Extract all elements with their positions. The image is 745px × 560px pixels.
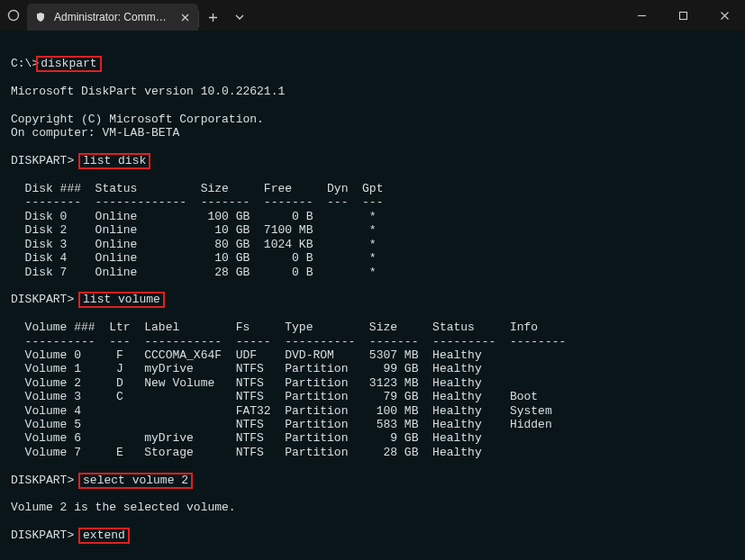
table-row: Volume 0 F CCCOMA_X64F UDF DVD-ROM 5307 … (11, 348, 482, 362)
tab-dropdown-button[interactable] (226, 4, 253, 31)
table-row: Disk 2 Online 10 GB 7100 MB * (11, 223, 377, 237)
terminal-output[interactable]: C:\>diskpart Microsoft DiskPart version … (0, 31, 745, 554)
selected-line: Volume 2 is the selected volume. (11, 501, 236, 514)
prompt-path: C:\> (11, 57, 39, 70)
cmd-select-volume: select volume 2 (78, 473, 193, 489)
titlebar: Administrator: Command Pro (0, 0, 745, 31)
diskpart-prompt: DISKPART> (11, 474, 74, 487)
table-row: Disk 0 Online 100 GB 0 B * (11, 210, 377, 223)
app-menu-icon[interactable] (0, 9, 27, 22)
table-row: Volume 7 E Storage NTFS Partition 28 GB … (11, 446, 482, 459)
shield-icon (34, 11, 47, 23)
close-tab-icon[interactable] (178, 11, 191, 23)
table-row: Volume 1 J myDrive NTFS Partition 99 GB … (11, 362, 482, 375)
close-window-button[interactable] (704, 0, 745, 31)
version-line: Microsoft DiskPart version 10.0.22621.1 (11, 85, 285, 98)
maximize-button[interactable] (662, 0, 704, 31)
table-row: Volume 4 FAT32 Partition 100 MB Healthy … (11, 404, 552, 418)
diskpart-prompt: DISKPART> (11, 293, 74, 306)
disk-table-sep: -------- ------------- ------- ------- -… (11, 195, 383, 209)
table-row: Disk 4 Online 10 GB 0 B * (11, 251, 377, 265)
diskpart-prompt: DISKPART> (11, 154, 74, 167)
new-tab-button[interactable] (199, 4, 226, 31)
tab-label: Administrator: Command Pro (54, 11, 171, 23)
svg-rect-1 (679, 12, 686, 19)
minimize-button[interactable] (621, 0, 662, 31)
window-controls (621, 0, 745, 31)
cmd-list-volume: list volume (78, 292, 165, 308)
table-row: Volume 2 D New Volume NTFS Partition 312… (11, 376, 482, 390)
cmd-diskpart: diskpart (36, 56, 101, 72)
diskpart-prompt: DISKPART> (11, 528, 74, 542)
computer-line: On computer: VM-LAB-BETA (11, 126, 179, 140)
table-row: Volume 3 C NTFS Partition 79 GB Healthy … (11, 390, 538, 403)
table-row: Disk 3 Online 80 GB 1024 KB * (11, 238, 377, 251)
cmd-list-disk: list disk (78, 153, 150, 169)
table-row: Disk 7 Online 28 GB 0 B * (11, 266, 377, 279)
svg-point-0 (9, 11, 19, 21)
table-row: Volume 5 NTFS Partition 583 MB Healthy H… (11, 418, 552, 431)
volume-table-sep: ---------- --- ----------- ----- -------… (11, 335, 566, 348)
volume-table-header: Volume ### Ltr Label Fs Type Size Status… (11, 321, 538, 334)
copyright-line: Copyright (C) Microsoft Corporation. (11, 113, 264, 126)
cmd-extend: extend (78, 528, 130, 544)
table-row: Volume 6 myDrive NTFS Partition 9 GB Hea… (11, 431, 482, 445)
disk-table-header: Disk ### Status Size Free Dyn Gpt (11, 182, 383, 195)
tab-active[interactable]: Administrator: Command Pro (27, 4, 198, 31)
